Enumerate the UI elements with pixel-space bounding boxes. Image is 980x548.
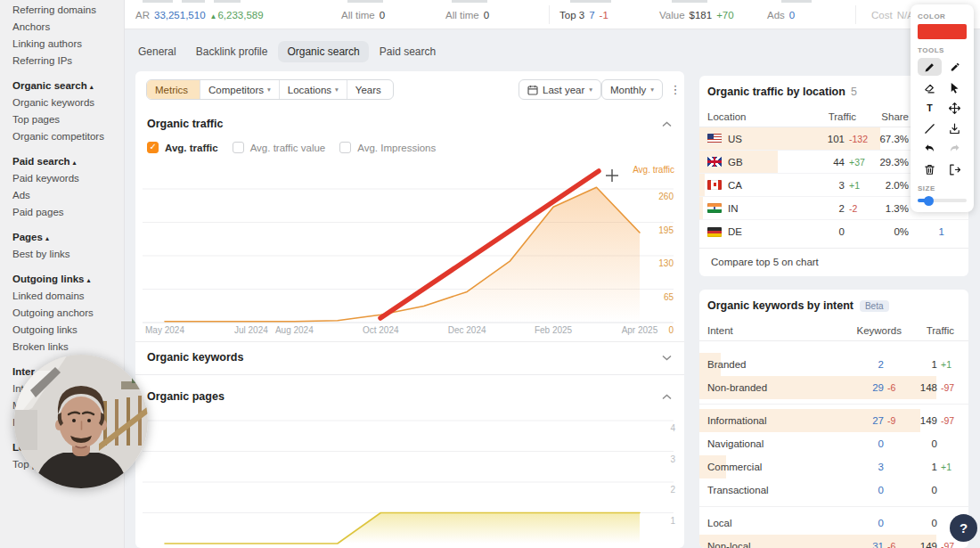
keywords-value[interactable]: 0 <box>844 438 884 449</box>
undo-tool-icon[interactable] <box>918 140 942 158</box>
intent-row[interactable]: Informational 27 -9 149 -97 <box>699 409 968 432</box>
move-tool-icon[interactable] <box>943 99 967 117</box>
metric-checkbox[interactable]: Avg. traffic value <box>233 142 340 153</box>
intent-row[interactable]: Non-branded 29 -6 148 -97 <box>699 376 968 399</box>
collapse-chevron-up-icon[interactable] <box>662 394 672 400</box>
share-value: 0% <box>878 226 909 237</box>
collapse-chevron-up-icon[interactable] <box>662 121 672 127</box>
sidebar-item[interactable]: Organic keywords <box>0 94 124 111</box>
sidebar-item[interactable]: Top pages <box>0 111 124 128</box>
share-value: 29.3% <box>878 157 909 168</box>
sidebar-item[interactable]: Broken links <box>0 339 124 356</box>
metric-value: 0 <box>484 10 489 20</box>
checkbox-icon <box>233 142 244 153</box>
keywords-value[interactable]: 0 <box>844 485 884 495</box>
sidebar-item-label: Linking authors <box>12 38 82 49</box>
intent-row[interactable]: Local 0 0 <box>699 511 968 535</box>
sidebar-item[interactable]: Outgoing anchors <box>0 305 124 322</box>
exit-tool-icon[interactable] <box>943 160 967 178</box>
metric-checkbox[interactable]: Avg. traffic <box>147 142 233 153</box>
size-slider-thumb[interactable] <box>924 196 934 206</box>
download-tool-icon[interactable] <box>943 119 967 137</box>
keywords-count[interactable]: 1 <box>909 226 944 237</box>
report-tab-label: Paid search <box>380 45 436 58</box>
sidebar-item-label: Referring domains <box>12 4 96 15</box>
intent-row[interactable]: Non-local 31 -6 149 -97 <box>699 535 968 548</box>
sidebar-item[interactable]: Referring IPs <box>0 53 124 70</box>
filter-segment[interactable]: Locations▾ <box>280 80 347 99</box>
traffic-value: 1 <box>902 462 937 472</box>
country-code: DE <box>728 226 800 237</box>
help-button[interactable]: ? <box>950 514 977 542</box>
filter-segment[interactable]: Metrics <box>147 80 200 99</box>
text-tool-icon[interactable]: T <box>918 99 942 117</box>
country-flag-icon <box>707 180 722 190</box>
pen-tool-icon[interactable] <box>918 58 942 76</box>
line-tool-icon[interactable] <box>918 119 942 137</box>
filter-segment[interactable]: Years <box>347 80 393 99</box>
filter-segment[interactable]: Competitors▾ <box>200 80 280 99</box>
intent-row[interactable]: Branded 2 1 +1 <box>699 353 968 376</box>
webcam-overlay[interactable] <box>14 355 148 488</box>
granularity-button[interactable]: Monthly ▾ <box>601 79 663 100</box>
sidebar-item[interactable]: Linked domains <box>0 288 124 305</box>
sidebar-item[interactable]: Organic competitors <box>0 128 124 145</box>
sidebar-item[interactable]: Paid search▴ <box>0 153 124 170</box>
chevron-down-icon: ▾ <box>335 86 339 94</box>
highlighter-tool-icon[interactable] <box>943 58 967 76</box>
traffic-delta: +1 <box>937 359 961 370</box>
keywords-value[interactable]: 31 <box>844 541 884 548</box>
color-swatch-red[interactable] <box>918 24 967 39</box>
report-tab[interactable]: Organic search <box>278 41 368 62</box>
sidebar-item[interactable]: Linking authors <box>0 36 124 53</box>
delete-tool-icon[interactable] <box>918 160 942 178</box>
sidebar-item[interactable]: Ads <box>0 187 124 204</box>
keywords-value[interactable]: 3 <box>844 462 884 472</box>
sidebar-item-label: Ads <box>12 190 30 200</box>
svg-text:Dec 2024: Dec 2024 <box>448 325 486 335</box>
annotation-toolbar: COLOR TOOLS T <box>911 4 974 212</box>
location-row[interactable]: DE 0 0% 1 <box>699 220 968 243</box>
eraser-tool-icon[interactable] <box>918 78 942 96</box>
metric-checkbox[interactable]: Avg. Impressions <box>339 142 450 153</box>
metric-value[interactable]: 33,251,510 <box>154 10 206 20</box>
sidebar-item[interactable]: Anchors <box>0 19 124 36</box>
traffic-delta: +37 <box>845 157 878 168</box>
keywords-value[interactable]: 27 <box>844 415 884 426</box>
keywords-value[interactable]: 0 <box>844 518 884 528</box>
intent-row[interactable]: Navigational 0 0 <box>699 432 968 455</box>
sidebar-item[interactable]: Best by links <box>0 246 124 263</box>
sidebar-item[interactable]: Paid keywords <box>0 170 124 187</box>
sidebar-item-label: Anchors <box>12 21 50 32</box>
more-options-kebab-icon[interactable]: ⋮ <box>666 79 684 100</box>
sidebar-item[interactable]: Pages▴ <box>0 229 124 246</box>
column-header-intent: Intent <box>707 325 844 336</box>
svg-text:0: 0 <box>668 325 674 335</box>
redo-tool-icon[interactable] <box>943 140 967 158</box>
sidebar-item[interactable]: Paid pages <box>0 204 124 221</box>
intent-row[interactable]: Commercial 3 1 +1 <box>699 455 968 478</box>
metric-value[interactable]: 0 <box>789 10 795 20</box>
intent-table-header: Intent Keywords Traffic <box>699 320 968 341</box>
keywords-value[interactable]: 29 <box>844 382 884 393</box>
sidebar-item[interactable]: Outgoing links▴ <box>0 271 124 288</box>
compare-top5-link[interactable]: Compare top 5 on chart <box>699 248 968 274</box>
traffic-delta: +1 <box>845 180 878 191</box>
metrics-topbar: AR 33,251,510 ▲6,233,589 All time 0 All … <box>125 0 980 29</box>
size-slider[interactable] <box>918 199 967 202</box>
expand-chevron-down-icon[interactable] <box>662 355 672 361</box>
select-cursor-tool-icon[interactable] <box>943 78 967 96</box>
sidebar-item-label: Best by links <box>12 249 70 259</box>
report-tab[interactable]: General <box>129 41 185 62</box>
intent-row[interactable]: Transactional 0 0 <box>699 478 968 502</box>
sidebar-item[interactable]: Outgoing links <box>0 322 124 339</box>
date-range-button[interactable]: Last year ▾ <box>519 79 601 100</box>
sidebar-item[interactable]: Referring domains <box>0 2 124 19</box>
intent-label: Non-branded <box>707 382 844 393</box>
metric-value[interactable]: 7 <box>589 10 594 20</box>
sidebar-item[interactable]: Organic search▴ <box>0 78 124 94</box>
keywords-value[interactable]: 2 <box>844 359 884 370</box>
report-tab[interactable]: Backlink profile <box>187 41 277 62</box>
svg-text:Oct 2024: Oct 2024 <box>363 325 399 335</box>
report-tab[interactable]: Paid search <box>371 41 445 62</box>
